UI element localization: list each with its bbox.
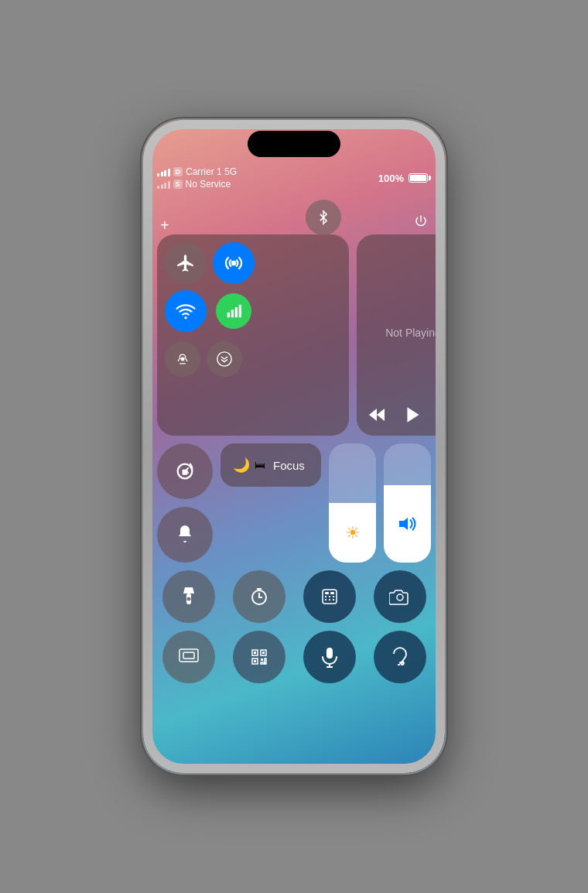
timer-button[interactable]: [233, 570, 285, 623]
svg-point-6: [181, 358, 185, 361]
signal-icon: [436, 475, 445, 488]
svg-marker-11: [407, 407, 419, 423]
play-button[interactable]: [403, 405, 423, 425]
volume-icon: [398, 516, 417, 532]
signal-bars-2: [157, 180, 170, 189]
svg-rect-25: [329, 596, 330, 597]
calculator-button[interactable]: [303, 570, 356, 623]
svg-rect-22: [325, 592, 329, 594]
svg-rect-31: [179, 649, 198, 662]
side-icons: ♥ ♪: [436, 358, 445, 488]
svg-point-17: [441, 481, 443, 483]
svg-rect-3: [231, 310, 234, 317]
second-main-row: 🌙 🛏 Focus ☀: [157, 443, 431, 563]
battery-icon: [409, 173, 431, 183]
media-panel: Not Playing: [357, 234, 445, 436]
volume-fill: [384, 485, 431, 563]
brightness-slider[interactable]: ☀: [329, 443, 376, 563]
phone-frame: D Carrier 1 5G S No Service 100%: [143, 120, 445, 773]
svg-rect-41: [261, 662, 265, 664]
carrier2-row: S No Service: [157, 179, 237, 190]
status-left: D Carrier 1 5G S No Service: [157, 166, 237, 190]
battery-fill: [410, 175, 426, 181]
camera-button[interactable]: [374, 570, 426, 623]
music-icon: ♪: [439, 418, 445, 432]
svg-rect-4: [235, 307, 238, 317]
svg-point-0: [231, 261, 237, 266]
bottom-row-2: [157, 631, 431, 683]
airdrop-button[interactable]: [165, 341, 200, 377]
now-playing-title: Not Playing: [368, 327, 445, 339]
svg-rect-36: [262, 652, 265, 654]
heart-icon: ♥: [438, 358, 445, 375]
focus-toggle-button[interactable]: [207, 341, 242, 377]
svg-marker-10: [377, 409, 385, 421]
hotspot-button[interactable]: [213, 242, 255, 284]
svg-rect-27: [325, 599, 326, 600]
focus-label: Focus: [273, 459, 305, 472]
power-button[interactable]: [414, 214, 428, 228]
svg-marker-16: [399, 518, 408, 530]
connectivity-panel[interactable]: [157, 234, 349, 436]
battery-percentage: 100%: [378, 173, 404, 184]
svg-rect-28: [329, 599, 330, 600]
focus-icons: 🌙 🛏: [233, 457, 265, 474]
add-button[interactable]: +: [160, 217, 169, 234]
airplay-button[interactable]: [443, 245, 445, 261]
media-top: [368, 245, 445, 261]
sim1-badge: D: [173, 167, 183, 176]
svg-rect-38: [254, 660, 256, 662]
svg-rect-5: [239, 305, 241, 318]
status-right: 100%: [378, 173, 431, 184]
svg-rect-29: [333, 599, 334, 600]
connectivity-grid: [165, 242, 255, 332]
sliders-container: ☀: [329, 443, 431, 563]
airplane-mode-button[interactable]: [165, 242, 207, 284]
microphone-button[interactable]: [303, 631, 356, 683]
svg-rect-24: [325, 596, 326, 597]
volume-slider[interactable]: [384, 443, 431, 563]
svg-point-30: [397, 594, 403, 600]
hearing-button[interactable]: [374, 631, 426, 683]
cellular-button[interactable]: [216, 293, 251, 329]
bottom-row-1: [157, 570, 431, 623]
wifi-button[interactable]: [165, 290, 207, 332]
carrier2-label: No Service: [186, 179, 231, 190]
silent-mode-button[interactable]: [157, 507, 213, 563]
top-widgets: Not Playing: [157, 234, 431, 436]
svg-rect-39: [261, 659, 263, 661]
svg-rect-26: [333, 596, 334, 597]
bluetooth-button[interactable]: [306, 200, 341, 235]
rewind-button[interactable]: [368, 407, 386, 423]
brightness-icon: ☀: [345, 523, 361, 543]
status-bar: D Carrier 1 5G S No Service 100%: [157, 166, 431, 190]
media-controls: [368, 405, 445, 425]
carrier1-row: D Carrier 1 5G: [157, 166, 237, 177]
svg-rect-2: [227, 313, 230, 318]
dynamic-island: [248, 131, 340, 157]
brightness-fill: ☀: [329, 503, 376, 563]
screen-mirror-button[interactable]: [162, 631, 215, 683]
svg-point-19: [186, 597, 190, 601]
focus-button[interactable]: 🌙 🛏 Focus: [220, 443, 321, 487]
signal-bars-1: [157, 168, 170, 176]
svg-rect-15: [183, 470, 188, 475]
svg-rect-32: [183, 652, 194, 659]
control-center: Not Playing: [157, 234, 431, 691]
rotation-lock-button[interactable]: [157, 443, 213, 499]
svg-rect-23: [330, 592, 334, 594]
sim2-badge: S: [173, 180, 183, 189]
svg-rect-42: [326, 648, 333, 659]
qr-scanner-button[interactable]: [233, 631, 285, 683]
svg-marker-9: [369, 409, 377, 421]
svg-rect-34: [254, 652, 256, 654]
svg-point-1: [184, 316, 186, 319]
flashlight-button[interactable]: [162, 570, 215, 623]
carrier1-label: Carrier 1 5G: [186, 166, 237, 177]
